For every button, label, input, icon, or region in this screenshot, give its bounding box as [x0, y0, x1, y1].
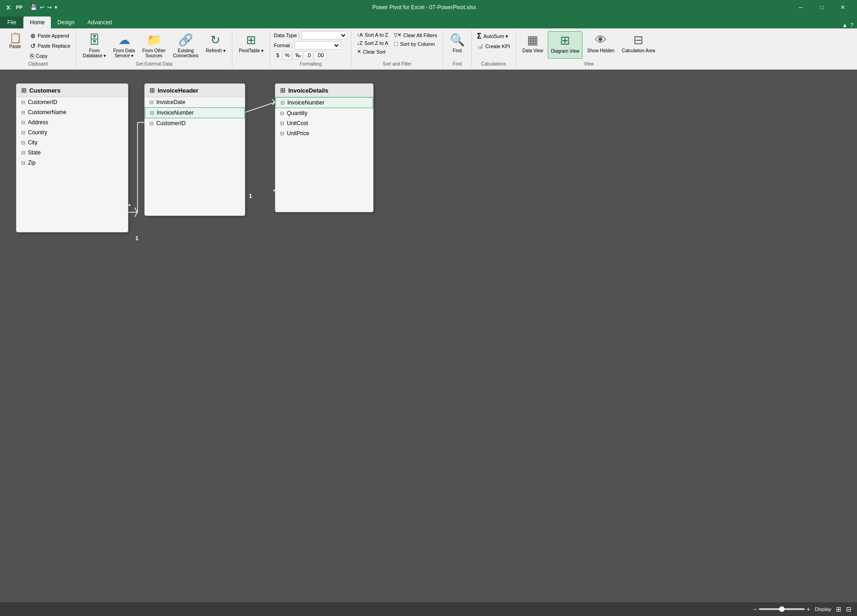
window-controls: ─ □ ✕	[790, 0, 853, 15]
fit-view-btn[interactable]: ⊟	[846, 605, 852, 613]
clear-all-filters-label: Clear All Filters	[403, 33, 437, 38]
invoiceheader-field-invoicedate[interactable]: ⊟ InvoiceDate	[145, 97, 245, 107]
field-icon-state: ⊟	[21, 150, 25, 156]
currency-percent-btn[interactable]: %	[283, 51, 292, 60]
customers-table[interactable]: ⊞ Customers ⊟ CustomerID ⊟ CustomerName …	[16, 83, 128, 232]
customers-field-customername[interactable]: ⊟ CustomerName	[16, 107, 128, 117]
customers-field-address[interactable]: ⊟ Address	[16, 117, 128, 127]
autosum-button[interactable]: Σ AutoSum ▾	[475, 31, 512, 41]
sort-filter-group-label: Sort and Filter	[355, 60, 439, 66]
currency-dec-increase-btn[interactable]: .0	[304, 51, 313, 60]
paste-replace-button[interactable]: ↺ Paste Replace	[28, 41, 72, 50]
format-row: Format :	[274, 41, 347, 50]
from-database-button[interactable]: 🗄 FromDatabase ▾	[80, 31, 109, 60]
field-icon-address: ⊟	[21, 120, 25, 126]
from-data-service-button[interactable]: ☁ From DataService ▾	[110, 31, 137, 60]
title-bar: X PP 💾 ↩ ↪ ▾ Power Pivot for Excel - 07-…	[0, 0, 857, 15]
external-data-content: 🗄 FromDatabase ▾ ☁ From DataService ▾ 📁 …	[80, 31, 228, 60]
existing-connections-button[interactable]: 🔗 ExistingConnections	[170, 31, 202, 60]
field-name-invoicedate: InvoiceDate	[156, 99, 185, 105]
from-database-icon: 🗄	[88, 33, 100, 47]
grid-view-btn[interactable]: ⊞	[836, 605, 841, 613]
currency-buttons: $ % ‰ .0 .00	[274, 51, 347, 60]
ribbon-collapse-btn[interactable]: ▲	[842, 22, 847, 28]
invoicedetails-table-icon: ⊞	[280, 87, 286, 94]
existing-connections-icon: 🔗	[178, 33, 193, 47]
data-type-selector[interactable]	[302, 31, 347, 39]
sort-a-z-button[interactable]: ↑A Sort A to Z	[355, 31, 390, 38]
zoom-thumb	[779, 606, 785, 612]
invoicedetails-field-invoicenumber[interactable]: ⊟ InvoiceNumber	[275, 97, 373, 108]
copy-icon: ⎘	[30, 52, 34, 60]
zoom-plus-btn[interactable]: +	[807, 605, 810, 613]
ribbon-tabs: File Home Design Advanced ▲ ?	[0, 15, 857, 28]
customers-field-country[interactable]: ⊟ Country	[16, 127, 128, 138]
find-button[interactable]: 🔍 Find	[447, 31, 467, 59]
filter-buttons-col: ▽✕ Clear All Filters ⬚ Sort by Column	[392, 31, 439, 55]
invoicedetails-field-unitprice[interactable]: ⊟ UnitPrice	[275, 128, 373, 138]
data-type-row: Data Type :	[274, 31, 347, 39]
more-quick-btn[interactable]: ▾	[54, 3, 58, 11]
customers-table-header: ⊞ Customers	[16, 84, 128, 97]
invoiceheader-table[interactable]: ⊞ InvoiceHeader ⊟ InvoiceDate ⊟ InvoiceN…	[144, 83, 245, 216]
minimize-btn[interactable]: ─	[790, 0, 811, 15]
field-icon-ih-invoicenumber: ⊟	[150, 110, 154, 116]
invoiceheader-field-invoicenumber[interactable]: ⊟ InvoiceNumber	[145, 107, 245, 118]
zoom-minus-btn[interactable]: −	[753, 605, 757, 613]
from-other-sources-button[interactable]: 📁 From OtherSources	[139, 31, 168, 60]
customers-field-zip[interactable]: ⊟ Zip	[16, 158, 128, 168]
refresh-button[interactable]: ↻ Refresh ▾	[203, 31, 228, 55]
field-name-ih-customerid: CustomerID	[156, 120, 186, 126]
tab-home[interactable]: Home	[23, 16, 51, 28]
tab-file[interactable]: File	[0, 16, 23, 28]
autosum-icon: Σ	[477, 32, 482, 40]
diagram-canvas[interactable]: ⊞ Customers ⊟ CustomerID ⊟ CustomerName …	[0, 70, 857, 602]
copy-button[interactable]: ⎘ Copy	[28, 51, 72, 60]
field-icon-id-invoicenumber: ⊟	[280, 100, 285, 106]
invoicedetails-table[interactable]: ⊞ InvoiceDetails ⊟ InvoiceNumber ⊟ Quant…	[275, 83, 374, 212]
paste-append-button[interactable]: ⊕ Paste Append	[28, 31, 72, 40]
formatting-controls: Data Type : Format : $ % ‰	[274, 31, 347, 60]
customers-field-state[interactable]: ⊟ State	[16, 148, 128, 158]
paste-append-label: Paste Append	[38, 33, 69, 38]
paste-button[interactable]: 📋 Paste	[4, 31, 27, 59]
field-name-customername: CustomerName	[28, 109, 66, 116]
tab-advanced[interactable]: Advanced	[81, 16, 118, 28]
sort-z-a-button[interactable]: ↓Z Sort Z to A	[355, 39, 390, 47]
calculation-area-button[interactable]: ⊟ Calculation Area	[619, 31, 658, 59]
field-name-quantity: Quantity	[287, 110, 308, 116]
data-view-icon: ▦	[527, 33, 538, 47]
undo-quick-btn[interactable]: ↩	[39, 3, 45, 11]
invoiceheader-table-spacer	[145, 128, 245, 215]
calculations-content: Σ AutoSum ▾ 📊 Create KPI	[475, 31, 512, 60]
show-hidden-button[interactable]: 👁 Show Hidden	[584, 31, 617, 59]
help-btn[interactable]: ?	[850, 22, 853, 28]
invoicedetails-field-quantity[interactable]: ⊟ Quantity	[275, 108, 373, 118]
save-quick-btn[interactable]: 💾	[29, 3, 38, 11]
clear-all-filters-button[interactable]: ▽✕ Clear All Filters	[392, 31, 439, 39]
customers-field-customerid[interactable]: ⊟ CustomerID	[16, 97, 128, 107]
create-kpi-button[interactable]: 📊 Create KPI	[475, 42, 512, 50]
customers-field-city[interactable]: ⊟ City	[16, 138, 128, 148]
tab-design[interactable]: Design	[51, 16, 81, 28]
invoiceheader-field-customerid[interactable]: ⊟ CustomerID	[145, 118, 245, 128]
powerpivot-icon: PP	[15, 3, 24, 12]
pivottable-button[interactable]: ⊞ PivotTable ▾	[236, 31, 266, 59]
ribbon-group-external-data: 🗄 FromDatabase ▾ ☁ From DataService ▾ 📁 …	[77, 30, 232, 67]
close-btn[interactable]: ✕	[832, 0, 853, 15]
clear-sort-button[interactable]: ✕ Clear Sort	[355, 48, 390, 55]
maximize-btn[interactable]: □	[811, 0, 832, 15]
format-selector[interactable]	[295, 41, 341, 50]
currency-comma-btn[interactable]: ‰	[293, 51, 303, 60]
currency-dollar-btn[interactable]: $	[274, 51, 282, 60]
zoom-slider[interactable]	[759, 608, 805, 610]
sort-a-z-label: Sort A to Z	[365, 32, 388, 38]
calc-buttons: Σ AutoSum ▾ 📊 Create KPI	[475, 31, 512, 50]
formatting-group-label: Formatting	[274, 60, 347, 66]
invoicedetails-field-unitcost[interactable]: ⊟ UnitCost	[275, 118, 373, 128]
data-view-button[interactable]: ▦ Data View	[520, 31, 546, 59]
redo-quick-btn[interactable]: ↪	[46, 3, 53, 11]
sort-by-column-button[interactable]: ⬚ Sort by Column	[392, 40, 439, 48]
diagram-view-button[interactable]: ⊞ Diagram View	[548, 31, 582, 59]
currency-dec-decrease-btn[interactable]: .00	[314, 51, 326, 60]
